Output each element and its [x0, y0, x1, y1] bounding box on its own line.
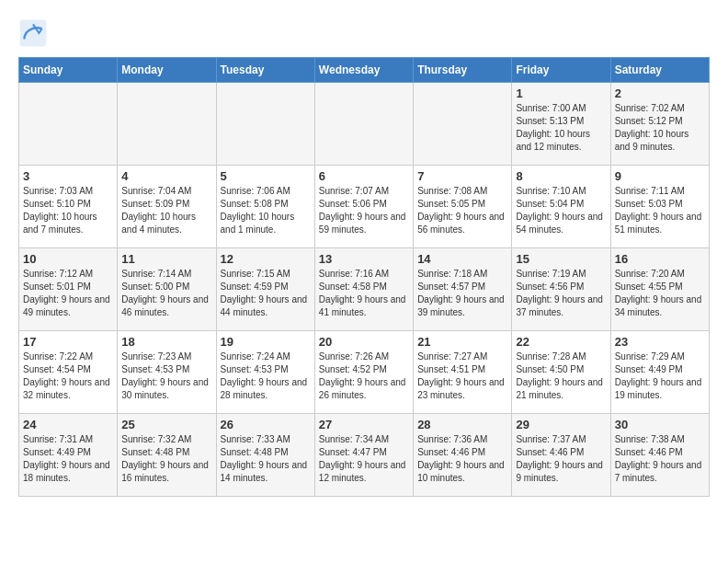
day-detail: Sunrise: 7:15 AM Sunset: 4:59 PM Dayligh…: [221, 268, 311, 319]
day-detail: Sunrise: 7:34 AM Sunset: 4:47 PM Dayligh…: [319, 433, 409, 485]
day-detail: Sunrise: 7:04 AM Sunset: 5:09 PM Dayligh…: [121, 185, 211, 236]
logo-icon: [18, 18, 48, 48]
day-number: 4: [121, 169, 211, 183]
day-detail: Sunrise: 7:16 AM Sunset: 4:58 PM Dayligh…: [319, 268, 409, 319]
calendar-day-cell: 6Sunrise: 7:07 AM Sunset: 5:06 PM Daylig…: [314, 166, 413, 248]
day-detail: Sunrise: 7:38 AM Sunset: 4:46 PM Dayligh…: [615, 433, 705, 485]
day-detail: Sunrise: 7:00 AM Sunset: 5:13 PM Dayligh…: [516, 102, 606, 154]
day-detail: Sunrise: 7:10 AM Sunset: 5:04 PM Dayligh…: [516, 185, 606, 236]
day-detail: Sunrise: 7:03 AM Sunset: 5:10 PM Dayligh…: [23, 185, 113, 236]
calendar-day-cell: 9Sunrise: 7:11 AM Sunset: 5:03 PM Daylig…: [610, 166, 709, 248]
calendar-day-cell: [118, 83, 216, 166]
calendar-day-cell: [414, 83, 512, 166]
calendar-day-cell: 27Sunrise: 7:34 AM Sunset: 4:47 PM Dayli…: [314, 414, 413, 497]
calendar-day-cell: 18Sunrise: 7:23 AM Sunset: 4:53 PM Dayli…: [118, 331, 216, 414]
day-detail: Sunrise: 7:02 AM Sunset: 5:12 PM Dayligh…: [615, 102, 705, 154]
calendar-day-cell: 16Sunrise: 7:20 AM Sunset: 4:55 PM Dayli…: [610, 248, 709, 331]
day-detail: Sunrise: 7:28 AM Sunset: 4:50 PM Dayligh…: [516, 350, 606, 402]
calendar-day-cell: 7Sunrise: 7:08 AM Sunset: 5:05 PM Daylig…: [414, 166, 512, 248]
calendar-day-cell: 1Sunrise: 7:00 AM Sunset: 5:13 PM Daylig…: [512, 83, 610, 166]
day-number: 23: [615, 335, 705, 349]
day-number: 9: [615, 169, 705, 183]
day-detail: Sunrise: 7:06 AM Sunset: 5:08 PM Dayligh…: [221, 185, 311, 236]
calendar-table: SundayMondayTuesdayWednesdayThursdayFrid…: [18, 57, 710, 497]
calendar-header-day: Sunday: [19, 58, 118, 83]
calendar-day-cell: 29Sunrise: 7:37 AM Sunset: 4:46 PM Dayli…: [512, 414, 610, 497]
calendar-day-cell: 5Sunrise: 7:06 AM Sunset: 5:08 PM Daylig…: [216, 166, 314, 248]
day-detail: Sunrise: 7:18 AM Sunset: 4:57 PM Dayligh…: [417, 268, 507, 319]
calendar-day-cell: 3Sunrise: 7:03 AM Sunset: 5:10 PM Daylig…: [19, 166, 118, 248]
day-number: 15: [516, 252, 606, 266]
calendar-day-cell: 19Sunrise: 7:24 AM Sunset: 4:53 PM Dayli…: [216, 331, 314, 414]
calendar-header-row: SundayMondayTuesdayWednesdayThursdayFrid…: [19, 58, 710, 83]
calendar-day-cell: 23Sunrise: 7:29 AM Sunset: 4:49 PM Dayli…: [610, 331, 709, 414]
day-number: 29: [516, 418, 606, 431]
day-number: 22: [516, 335, 606, 349]
calendar-day-cell: 20Sunrise: 7:26 AM Sunset: 4:52 PM Dayli…: [314, 331, 413, 414]
day-detail: Sunrise: 7:33 AM Sunset: 4:48 PM Dayligh…: [221, 433, 311, 485]
calendar-day-cell: [216, 83, 314, 166]
logo: [18, 18, 53, 48]
day-number: 14: [417, 252, 507, 266]
calendar-day-cell: 11Sunrise: 7:14 AM Sunset: 5:00 PM Dayli…: [118, 248, 216, 331]
calendar-day-cell: 21Sunrise: 7:27 AM Sunset: 4:51 PM Dayli…: [414, 331, 512, 414]
day-detail: Sunrise: 7:23 AM Sunset: 4:53 PM Dayligh…: [121, 350, 211, 402]
calendar-day-cell: 8Sunrise: 7:10 AM Sunset: 5:04 PM Daylig…: [512, 166, 610, 248]
calendar-day-cell: 10Sunrise: 7:12 AM Sunset: 5:01 PM Dayli…: [19, 248, 118, 331]
day-detail: Sunrise: 7:26 AM Sunset: 4:52 PM Dayligh…: [319, 350, 409, 402]
day-number: 21: [417, 335, 507, 349]
day-number: 7: [417, 169, 507, 183]
calendar-day-cell: 17Sunrise: 7:22 AM Sunset: 4:54 PM Dayli…: [19, 331, 118, 414]
day-number: 19: [221, 335, 311, 349]
day-detail: Sunrise: 7:08 AM Sunset: 5:05 PM Dayligh…: [417, 185, 507, 236]
day-number: 27: [319, 418, 409, 431]
calendar-week-row: 24Sunrise: 7:31 AM Sunset: 4:49 PM Dayli…: [19, 414, 710, 497]
calendar-week-row: 1Sunrise: 7:00 AM Sunset: 5:13 PM Daylig…: [19, 83, 710, 166]
day-number: 30: [615, 418, 705, 431]
calendar-header-day: Saturday: [610, 58, 709, 83]
day-detail: Sunrise: 7:29 AM Sunset: 4:49 PM Dayligh…: [615, 350, 705, 402]
day-number: 1: [516, 86, 606, 100]
calendar-day-cell: 12Sunrise: 7:15 AM Sunset: 4:59 PM Dayli…: [216, 248, 314, 331]
calendar-day-cell: [314, 83, 413, 166]
day-detail: Sunrise: 7:37 AM Sunset: 4:46 PM Dayligh…: [516, 433, 606, 485]
calendar-day-cell: 4Sunrise: 7:04 AM Sunset: 5:09 PM Daylig…: [118, 166, 216, 248]
day-detail: Sunrise: 7:32 AM Sunset: 4:48 PM Dayligh…: [121, 433, 211, 485]
calendar-day-cell: 28Sunrise: 7:36 AM Sunset: 4:46 PM Dayli…: [414, 414, 512, 497]
day-detail: Sunrise: 7:19 AM Sunset: 4:56 PM Dayligh…: [516, 268, 606, 319]
calendar-week-row: 10Sunrise: 7:12 AM Sunset: 5:01 PM Dayli…: [19, 248, 710, 331]
calendar-day-cell: 22Sunrise: 7:28 AM Sunset: 4:50 PM Dayli…: [512, 331, 610, 414]
day-detail: Sunrise: 7:14 AM Sunset: 5:00 PM Dayligh…: [121, 268, 211, 319]
calendar-day-cell: 2Sunrise: 7:02 AM Sunset: 5:12 PM Daylig…: [610, 83, 709, 166]
day-detail: Sunrise: 7:20 AM Sunset: 4:55 PM Dayligh…: [615, 268, 705, 319]
header: [18, 18, 710, 48]
day-number: 18: [121, 335, 211, 349]
calendar-day-cell: 30Sunrise: 7:38 AM Sunset: 4:46 PM Dayli…: [610, 414, 709, 497]
day-number: 28: [417, 418, 507, 431]
day-number: 20: [319, 335, 409, 349]
day-detail: Sunrise: 7:27 AM Sunset: 4:51 PM Dayligh…: [417, 350, 507, 402]
calendar-week-row: 3Sunrise: 7:03 AM Sunset: 5:10 PM Daylig…: [19, 166, 710, 248]
calendar-day-cell: 14Sunrise: 7:18 AM Sunset: 4:57 PM Dayli…: [414, 248, 512, 331]
day-detail: Sunrise: 7:36 AM Sunset: 4:46 PM Dayligh…: [417, 433, 507, 485]
day-number: 2: [615, 86, 705, 100]
day-number: 25: [121, 418, 211, 431]
day-number: 5: [221, 169, 311, 183]
calendar-header-day: Monday: [118, 58, 216, 83]
calendar-header-day: Thursday: [414, 58, 512, 83]
day-detail: Sunrise: 7:07 AM Sunset: 5:06 PM Dayligh…: [319, 185, 409, 236]
day-number: 13: [319, 252, 409, 266]
calendar-header-day: Friday: [512, 58, 610, 83]
calendar-day-cell: 15Sunrise: 7:19 AM Sunset: 4:56 PM Dayli…: [512, 248, 610, 331]
calendar-day-cell: [19, 83, 118, 166]
calendar-header-day: Wednesday: [314, 58, 413, 83]
day-number: 3: [23, 169, 113, 183]
day-number: 6: [319, 169, 409, 183]
day-number: 10: [23, 252, 113, 266]
calendar-day-cell: 13Sunrise: 7:16 AM Sunset: 4:58 PM Dayli…: [314, 248, 413, 331]
day-detail: Sunrise: 7:31 AM Sunset: 4:49 PM Dayligh…: [23, 433, 113, 485]
day-number: 24: [23, 418, 113, 431]
calendar-header-day: Tuesday: [216, 58, 314, 83]
day-detail: Sunrise: 7:22 AM Sunset: 4:54 PM Dayligh…: [23, 350, 113, 402]
day-number: 17: [23, 335, 113, 349]
